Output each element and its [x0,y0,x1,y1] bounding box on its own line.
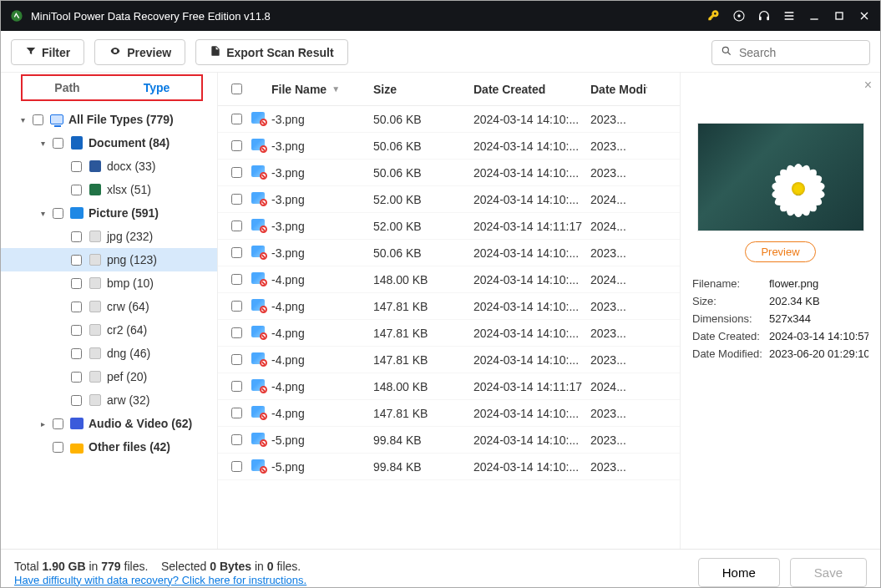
col-date-created[interactable]: Date Created [473,83,590,96]
export-button[interactable]: Export Scan Result [195,39,347,65]
table-row[interactable]: -5.png99.84 KB2024-03-14 14:10:...2023..… [218,454,680,480]
select-all-checkbox[interactable] [231,84,242,94]
tree-checkbox[interactable] [71,161,82,172]
search-input-wrapper[interactable] [711,40,870,65]
row-checkbox[interactable] [231,461,242,472]
help-link[interactable]: Have difficulty with data recovery? Clic… [14,574,306,586]
home-button[interactable]: Home [698,558,780,587]
tree-node-other[interactable]: Other files (42) [1,435,217,459]
cell-filename: -4.png [271,380,373,393]
open-preview-button[interactable]: Preview [745,241,815,262]
table-row[interactable]: -5.png99.84 KB2024-03-14 14:10:...2023..… [218,427,680,454]
table-row[interactable]: -3.png52.00 KB2024-03-14 14:10:...2024..… [218,186,680,213]
table-row[interactable]: -3.png50.06 KB2024-03-14 14:10:...2023..… [218,160,680,186]
row-checkbox[interactable] [231,434,242,445]
filter-button[interactable]: Filter [11,39,84,65]
tree-label: Picture (591) [89,206,159,220]
row-checkbox[interactable] [231,301,242,312]
row-checkbox[interactable] [231,194,242,205]
tree-node-audio[interactable]: ▸ Audio & Video (62) [1,412,217,435]
tree-checkbox[interactable] [53,208,63,219]
tree-node-pef[interactable]: pef (20) [1,365,217,388]
image-file-icon [89,230,102,243]
svg-rect-3 [759,17,762,21]
save-button[interactable]: Save [790,558,867,587]
cell-filename: -3.png [271,166,373,180]
tree-checkbox[interactable] [71,395,82,406]
row-checkbox[interactable] [231,274,242,285]
tree-checkbox[interactable] [53,418,63,429]
cell-filename: -3.png [271,113,373,126]
table-row[interactable]: -3.png50.06 KB2024-03-14 14:10:...2023..… [218,133,680,160]
tree-checkbox[interactable] [53,442,63,453]
row-checkbox[interactable] [231,354,242,365]
excel-icon [89,183,102,196]
row-checkbox[interactable] [231,408,242,418]
maximize-icon[interactable] [832,8,847,23]
headphones-icon[interactable] [757,8,772,23]
disc-icon[interactable] [732,8,747,23]
tree-checkbox[interactable] [71,278,82,289]
preview-button[interactable]: Preview [94,39,185,65]
table-row[interactable]: -4.png147.81 KB2024-03-14 14:10:...2023.… [218,320,680,347]
col-date-modified[interactable]: Date Modifi [590,83,647,96]
tree-checkbox[interactable] [33,114,43,125]
row-checkbox[interactable] [231,167,242,178]
svg-point-6 [722,47,728,53]
row-checkbox[interactable] [231,381,242,392]
cell-filename: -3.png [271,139,373,153]
col-size[interactable]: Size [373,83,473,96]
cell-modified: 2023... [590,353,647,367]
key-icon[interactable] [706,8,722,23]
cell-modified: 2023... [590,113,647,126]
cell-size: 148.00 KB [373,380,473,393]
tree-node-dng[interactable]: dng (46) [1,342,217,365]
close-icon[interactable] [857,8,872,23]
tree-node-xlsx[interactable]: xlsx (51) [1,178,217,201]
tab-type[interactable]: Type [112,76,201,99]
tree-checkbox[interactable] [71,255,82,266]
tree-checkbox[interactable] [53,138,63,149]
tree-node-arw[interactable]: arw (32) [1,388,217,412]
col-filename[interactable]: File Name ▼ [271,83,373,96]
table-row[interactable]: -4.png147.81 KB2024-03-14 14:10:...2023.… [218,400,680,427]
row-checkbox[interactable] [231,247,242,258]
tree-node-document[interactable]: ▾ Document (84) [1,131,217,155]
table-row[interactable]: -3.png50.06 KB2024-03-14 14:10:...2023..… [218,240,680,266]
tree-node-jpg[interactable]: jpg (232) [1,225,217,248]
close-preview-icon[interactable]: × [864,78,872,93]
tree-node-bmp[interactable]: bmp (10) [1,271,217,295]
tree-checkbox[interactable] [71,372,82,383]
tree-checkbox[interactable] [71,231,82,242]
tree-node-cr2[interactable]: cr2 (64) [1,318,217,342]
cell-created: 2024-03-14 14:10:... [473,193,590,206]
tree-node-picture[interactable]: ▾ Picture (591) [1,201,217,225]
tree-checkbox[interactable] [71,325,82,336]
row-checkbox[interactable] [231,220,242,231]
tree-node-crw[interactable]: crw (64) [1,295,217,318]
tree-checkbox[interactable] [71,348,82,359]
table-row[interactable]: -3.png50.06 KB2024-03-14 14:10:...2023..… [218,106,680,133]
tree-node-all[interactable]: ▾ All File Types (779) [1,108,217,131]
tree-checkbox[interactable] [71,185,82,195]
table-row[interactable]: -4.png148.00 KB2024-03-14 14:11:172024..… [218,373,680,400]
audio-icon [70,417,84,430]
png-file-icon [251,219,265,231]
search-input[interactable] [737,45,861,60]
tree-node-docx[interactable]: docx (33) [1,155,217,178]
table-row[interactable]: -4.png147.81 KB2024-03-14 14:10:...2023.… [218,347,680,373]
table-row[interactable]: -4.png148.00 KB2024-03-14 14:10:...2024.… [218,266,680,293]
meta-label-dimensions: Dimensions: [692,312,769,325]
table-row[interactable]: -3.png52.00 KB2024-03-14 14:11:172024... [218,213,680,240]
tree-node-png[interactable]: png (123) [1,248,217,271]
table-row[interactable]: -4.png147.81 KB2024-03-14 14:10:...2023.… [218,293,680,320]
minimize-icon[interactable] [807,8,822,23]
row-checkbox[interactable] [231,327,242,338]
row-checkbox[interactable] [231,114,242,124]
tree-checkbox[interactable] [71,302,82,312]
export-icon [210,45,221,59]
cell-filename: -3.png [271,193,373,206]
row-checkbox[interactable] [231,140,242,151]
tab-path[interactable]: Path [23,76,112,99]
menu-icon[interactable] [782,8,797,23]
